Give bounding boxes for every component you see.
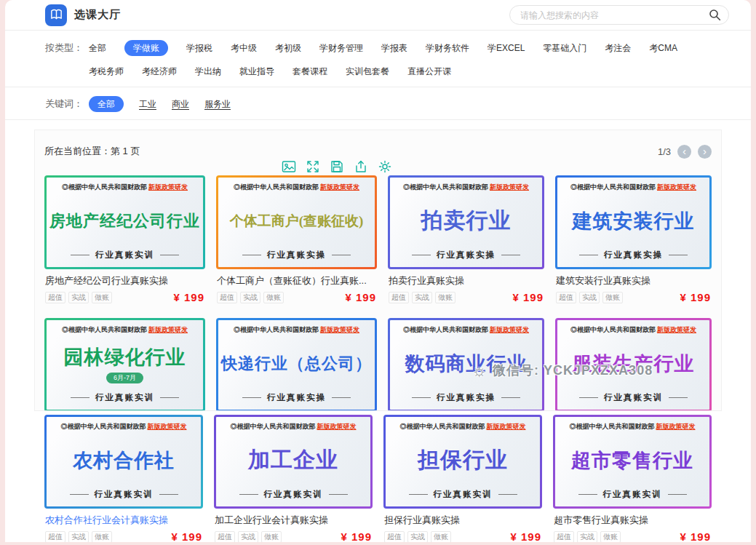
- course-tag: 实战: [407, 531, 428, 543]
- filter-option[interactable]: 实训包套餐: [346, 63, 389, 79]
- settings-icon[interactable]: [378, 159, 392, 174]
- course-card-tags: 超值实战做账: [384, 531, 451, 543]
- filter-option[interactable]: 工业: [139, 96, 156, 112]
- course-card-note: ◎根据中华人民共和国财政部新版政策研发: [61, 422, 187, 431]
- course-tag: 超值: [45, 292, 65, 303]
- filter-option[interactable]: 学EXCEL: [488, 40, 525, 56]
- course-card[interactable]: ◎根据中华人民共和国财政部新版政策研发 超市零售行业 行业真账实训 超市零售行业…: [553, 415, 712, 542]
- course-card-cover[interactable]: ◎根据中华人民共和国财政部新版政策研发 农村合作社 行业真账实训: [44, 415, 203, 509]
- course-card[interactable]: ◎根据中华人民共和国财政部新版政策研发 数码商业行业 行业真账实操: [388, 318, 544, 411]
- course-tag: 实战: [240, 292, 260, 303]
- course-tag: 实战: [68, 292, 89, 303]
- course-card-subtitle: 行业真账实操: [579, 250, 688, 260]
- course-card-title: 快递行业（总公司）: [221, 353, 372, 375]
- course-card-subtitle: 行业真账实训: [70, 489, 178, 500]
- filter-option[interactable]: 学报表: [381, 40, 407, 56]
- course-card-cover[interactable]: ◎根据中华人民共和国财政部新版政策研发 服装生产行业 行业真账实训: [555, 318, 712, 411]
- filter-option[interactable]: 套餐课程: [293, 63, 327, 79]
- course-card-subtitle: 行业真账实操: [242, 250, 351, 260]
- course-card[interactable]: ◎根据中华人民共和国财政部新版政策研发 园林绿化行业 6月-7月 行业真账实训: [44, 318, 205, 411]
- filter-option[interactable]: 学出纳: [195, 63, 221, 79]
- filter-option[interactable]: 考税务师: [89, 63, 124, 79]
- next-page-button[interactable]: ›: [698, 145, 712, 159]
- course-card-subtitle: 行业真账实训: [71, 250, 179, 260]
- image-icon[interactable]: [282, 159, 296, 174]
- search-input[interactable]: [520, 10, 709, 20]
- course-card-cover[interactable]: ◎根据中华人民共和国财政部新版政策研发 房地产经纪公司行业 行业真账实训: [44, 175, 205, 269]
- filter-option[interactable]: 学财务软件: [426, 40, 469, 56]
- course-tag: 超值: [217, 292, 237, 303]
- app-logo-icon: [45, 4, 67, 26]
- course-list-panel: 所在当前位置：第 1 页 1/3 ‹ ›: [34, 130, 722, 411]
- course-card[interactable]: ◎根据中华人民共和国财政部新版政策研发 个体工商户(查账征收) 行业真账实操 个…: [216, 175, 377, 303]
- prev-page-button[interactable]: ‹: [677, 145, 691, 159]
- course-card-cover[interactable]: ◎根据中华人民共和国财政部新版政策研发 担保行业 行业真账实训: [383, 415, 542, 509]
- course-card[interactable]: ◎根据中华人民共和国财政部新版政策研发 房地产经纪公司行业 行业真账实训 房地产…: [44, 175, 205, 303]
- course-card[interactable]: ◎根据中华人民共和国财政部新版政策研发 建筑安装行业 行业真账实操 建筑安装行业…: [555, 175, 712, 303]
- filter-option[interactable]: 学报税: [186, 40, 212, 56]
- filter-option[interactable]: 考中级: [231, 40, 257, 56]
- course-card[interactable]: ◎根据中华人民共和国财政部新版政策研发 农村合作社 行业真账实训 农村合作社行业…: [44, 415, 203, 542]
- course-card-caption[interactable]: 个体工商户（查账征收）行业真账...: [217, 274, 376, 287]
- course-card-price: ¥ 199: [680, 291, 711, 303]
- filter-option[interactable]: 直播公开课: [407, 63, 451, 79]
- course-card[interactable]: ◎根据中华人民共和国财政部新版政策研发 担保行业 行业真账实训 担保行业真账实操…: [383, 415, 542, 542]
- panel-cards-grid: ◎根据中华人民共和国财政部新版政策研发 房地产经纪公司行业 行业真账实训 房地产…: [44, 175, 712, 411]
- keyword-filter-section: 关键词： 全部工业商业服务业: [5, 87, 751, 120]
- course-card-caption[interactable]: 加工企业行业会计真账实操: [215, 514, 372, 527]
- course-card-cover[interactable]: ◎根据中华人民共和国财政部新版政策研发 超市零售行业 行业真账实训: [553, 415, 712, 509]
- export-icon[interactable]: [354, 159, 368, 174]
- course-card-cover[interactable]: ◎根据中华人民共和国财政部新版政策研发 拍卖行业 行业真账实操: [388, 175, 544, 269]
- course-card[interactable]: ◎根据中华人民共和国财政部新版政策研发 快递行业（总公司） 行业真账实操: [216, 318, 377, 411]
- course-card-cover[interactable]: ◎根据中华人民共和国财政部新版政策研发 园林绿化行业 6月-7月 行业真账实训: [44, 318, 205, 411]
- course-card-tags: 超值实战做账: [45, 531, 112, 543]
- course-card-caption[interactable]: 房地产经纪公司行业真账实操: [45, 274, 204, 287]
- course-card[interactable]: ◎根据中华人民共和国财政部新版政策研发 服装生产行业 行业真账实训: [555, 318, 712, 411]
- filter-option[interactable]: 就业指导: [239, 63, 274, 79]
- filter-option[interactable]: 考CMA: [649, 40, 677, 56]
- course-card-tags: 超值实战做账: [554, 531, 621, 543]
- search-box[interactable]: [509, 5, 729, 25]
- filter-option[interactable]: 全部: [89, 40, 106, 56]
- course-card[interactable]: ◎根据中华人民共和国财政部新版政策研发 加工企业 行业真账实训 加工企业行业会计…: [214, 415, 373, 542]
- filter-option[interactable]: 全部: [89, 96, 124, 112]
- course-card-caption[interactable]: 建筑安装行业真账实操: [556, 274, 711, 287]
- course-card[interactable]: ◎根据中华人民共和国财政部新版政策研发 拍卖行业 行业真账实操 拍卖行业真账实操…: [388, 175, 544, 303]
- course-card-title: 房地产经纪公司行业: [49, 210, 200, 232]
- course-card-cover[interactable]: ◎根据中华人民共和国财政部新版政策研发 快递行业（总公司） 行业真账实操: [216, 318, 377, 411]
- course-card-caption[interactable]: 拍卖行业真账实操: [389, 274, 544, 287]
- filter-option[interactable]: 考注会: [605, 40, 631, 56]
- filter-option[interactable]: 商业: [172, 96, 189, 112]
- course-card-caption[interactable]: 担保行业真账实操: [384, 514, 541, 527]
- course-tag: 做账: [92, 292, 112, 303]
- course-card-subtitle: 行业真账实操: [412, 250, 520, 260]
- course-card-note: ◎根据中华人民共和国财政部新版政策研发: [570, 325, 696, 335]
- course-card-cover[interactable]: ◎根据中华人民共和国财政部新版政策研发 个体工商户(查账征收) 行业真账实操: [216, 175, 377, 269]
- course-tag: 做账: [435, 292, 455, 303]
- course-card-note: ◎根据中华人民共和国财政部新版政策研发: [62, 325, 188, 335]
- filter-option[interactable]: 考初级: [275, 40, 301, 56]
- course-card-cover[interactable]: ◎根据中华人民共和国财政部新版政策研发 加工企业 行业真账实训: [214, 415, 373, 509]
- course-card-note: ◎根据中华人民共和国财政部新版政策研发: [403, 325, 529, 335]
- course-tag: 实战: [238, 531, 258, 543]
- course-tag: 超值: [389, 292, 409, 303]
- filter-option[interactable]: 零基础入门: [543, 40, 586, 56]
- course-card-caption[interactable]: 超市零售行业真账实操: [554, 514, 711, 527]
- course-card-note: ◎根据中华人民共和国财政部新版政策研发: [62, 183, 188, 192]
- search-icon[interactable]: [709, 9, 721, 21]
- course-card-cover[interactable]: ◎根据中华人民共和国财政部新版政策研发 数码商业行业 行业真账实操: [388, 318, 544, 411]
- course-card-cover[interactable]: ◎根据中华人民共和国财政部新版政策研发 建筑安装行业 行业真账实操: [555, 175, 712, 269]
- filter-option[interactable]: 学做账: [124, 40, 168, 56]
- fullscreen-icon[interactable]: [306, 159, 320, 174]
- save-icon[interactable]: [330, 159, 344, 174]
- pagination: 1/3 ‹ ›: [658, 145, 712, 159]
- filter-option[interactable]: 学财务管理: [319, 40, 363, 56]
- filter-option[interactable]: 考经济师: [142, 63, 177, 79]
- course-tag: 超值: [556, 292, 576, 303]
- filter-option[interactable]: 服务业: [204, 96, 231, 112]
- course-card-title: 拍卖行业: [421, 206, 512, 236]
- page-indicator: 1/3: [658, 146, 671, 157]
- course-card-title: 加工企业: [248, 445, 338, 475]
- course-card-tags: 超值实战做账: [556, 292, 623, 303]
- course-card-caption[interactable]: 农村合作社行业会计真账实操: [45, 514, 202, 527]
